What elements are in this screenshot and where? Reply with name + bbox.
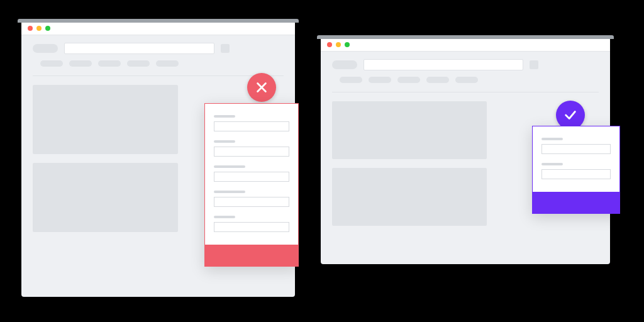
window-controls bbox=[21, 21, 295, 35]
search-input[interactable] bbox=[364, 59, 523, 70]
divider bbox=[332, 92, 599, 92]
text-input[interactable] bbox=[214, 197, 289, 207]
close-dot[interactable] bbox=[28, 26, 33, 31]
nav-tabs bbox=[321, 77, 610, 87]
content-card bbox=[33, 163, 178, 232]
field-label bbox=[214, 115, 235, 118]
minimize-dot[interactable] bbox=[336, 42, 341, 47]
text-input[interactable] bbox=[214, 222, 289, 232]
zoom-dot[interactable] bbox=[45, 26, 50, 31]
nav-tab[interactable] bbox=[369, 77, 391, 83]
field-label bbox=[541, 163, 563, 165]
nav-tab[interactable] bbox=[156, 60, 179, 67]
example-window-do bbox=[321, 38, 610, 264]
text-input[interactable] bbox=[214, 121, 289, 131]
signup-form-short bbox=[532, 126, 620, 214]
close-dot[interactable] bbox=[327, 42, 332, 47]
nav-tab[interactable] bbox=[397, 77, 420, 83]
signup-form-long bbox=[204, 103, 299, 267]
content-card bbox=[332, 168, 487, 226]
logo-placeholder bbox=[33, 44, 58, 53]
window-title-bar bbox=[321, 38, 610, 52]
text-input[interactable] bbox=[541, 169, 611, 179]
cross-icon bbox=[247, 73, 276, 102]
field-label bbox=[214, 216, 235, 218]
text-input[interactable] bbox=[214, 172, 289, 182]
nav-tab[interactable] bbox=[455, 77, 478, 83]
appbar-action-icon[interactable] bbox=[221, 44, 230, 53]
nav-tab[interactable] bbox=[69, 60, 92, 67]
text-input[interactable] bbox=[214, 147, 289, 157]
divider bbox=[33, 75, 284, 76]
field-label bbox=[541, 138, 563, 140]
window-title-bar bbox=[21, 21, 295, 35]
nav-tab[interactable] bbox=[98, 60, 121, 67]
example-window-dont bbox=[21, 21, 295, 297]
nav-tab[interactable] bbox=[340, 77, 362, 83]
window-controls bbox=[321, 38, 610, 52]
nav-tabs bbox=[21, 60, 295, 70]
submit-button[interactable] bbox=[205, 245, 298, 266]
logo-placeholder bbox=[332, 60, 357, 69]
nav-tab[interactable] bbox=[426, 77, 449, 83]
minimize-dot[interactable] bbox=[36, 26, 42, 31]
zoom-dot[interactable] bbox=[345, 42, 350, 47]
nav-tab[interactable] bbox=[127, 60, 150, 67]
content-card bbox=[332, 101, 487, 159]
submit-button[interactable] bbox=[533, 192, 619, 213]
search-input[interactable] bbox=[64, 43, 214, 54]
field-label bbox=[214, 140, 235, 143]
app-bar bbox=[321, 52, 610, 77]
text-input[interactable] bbox=[541, 144, 611, 154]
content-card bbox=[33, 85, 178, 154]
field-label bbox=[214, 165, 245, 168]
appbar-action-icon[interactable] bbox=[530, 60, 538, 69]
app-bar bbox=[21, 35, 295, 60]
field-label bbox=[214, 191, 245, 193]
nav-tab[interactable] bbox=[40, 60, 63, 67]
